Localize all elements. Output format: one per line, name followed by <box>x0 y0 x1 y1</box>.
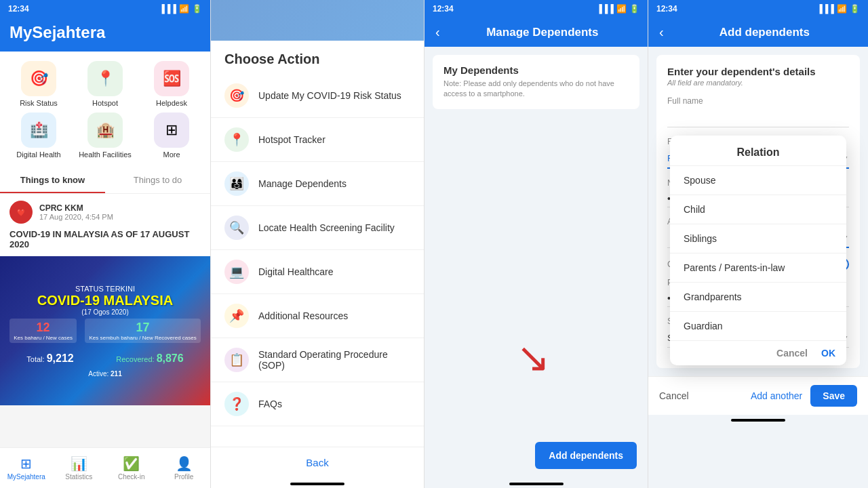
full-name-field: Full name <box>667 96 849 127</box>
locate-health-icon: 🔍 <box>224 216 249 240</box>
action-faqs[interactable]: ❓ FAQs <box>211 382 424 426</box>
manage-dependents-label: Manage Dependents <box>258 178 347 189</box>
dependents-card-title: My Dependents <box>443 64 629 76</box>
panel-add-dependents: 12:34 ▐▐▐ 📶 🔋 ‹ Add dependents Enter you… <box>648 0 868 488</box>
covid-risk-icon: 🎯 <box>224 83 249 108</box>
digital-healthcare-icon: 💻 <box>224 260 249 284</box>
covid-banner: STATUS TERKINI COVID-19 MALAYSIA (17 Ogo… <box>0 279 210 383</box>
add-dependents-button[interactable]: Add dependents <box>535 442 637 469</box>
covid-risk-label: Update My COVID-19 Risk Status <box>258 90 401 101</box>
panel3-title: Manage Dependents <box>448 26 637 39</box>
panel-choose-action: Choose Action 🎯 Update My COVID-19 Risk … <box>210 0 424 488</box>
form-section-subtitle: All field are mandatory. <box>667 79 849 87</box>
icon-item-facilities[interactable]: 🏨 Health Facilities <box>75 113 136 159</box>
additional-resources-icon: 📌 <box>224 304 249 328</box>
dialog-cancel-button[interactable]: Cancel <box>776 348 808 359</box>
total-label: Total: 9,212 <box>26 352 73 365</box>
action-additional-resources[interactable]: 📌 Additional Resources <box>211 294 424 338</box>
action-covid-risk[interactable]: 🎯 Update My COVID-19 Risk Status <box>211 74 424 118</box>
status-terkini: STATUS TERKINI <box>5 285 205 293</box>
nav-checkin[interactable]: ✅ Check-in <box>105 448 158 488</box>
action-manage-dependents[interactable]: 👨‍👩‍👧 Manage Dependents <box>211 162 424 206</box>
digital-health-label: Digital Health <box>16 150 60 159</box>
helpdesk-label: Helpdesk <box>156 99 187 107</box>
dialog-option-guardian[interactable]: Guardian <box>670 312 846 341</box>
add-another-button[interactable]: Add another <box>751 385 802 407</box>
news-date: 17 Aug 2020, 4:54 PM <box>39 213 113 221</box>
wifi-icon-p3: 📶 <box>616 4 627 14</box>
digital-healthcare-label: Digital Healthcare <box>258 266 334 277</box>
battery-icon: 🔋 <box>192 4 202 14</box>
wifi-icon: 📶 <box>179 4 189 14</box>
digital-health-icon: 🏥 <box>21 113 56 148</box>
covid-totals: Total: 9,212 Recovered: 8,876 <box>5 350 205 367</box>
nav-profile[interactable]: 👤 Profile <box>158 448 211 488</box>
status-bar-p3: 12:34 ▐▐▐ 📶 🔋 <box>425 0 648 18</box>
signal-icon-p4: ▐▐▐ <box>816 4 834 14</box>
faqs-icon: ❓ <box>224 392 249 416</box>
news-section: ❤️ CPRC KKM 17 Aug 2020, 4:54 PM COVID-1… <box>0 194 210 447</box>
hotspot-tracker-icon: 📍 <box>224 127 249 152</box>
tab-things-to-know[interactable]: Things to know <box>0 168 105 193</box>
health-facilities-label: Health Facilities <box>79 150 132 159</box>
news-title: COVID-19 IN MALAYSIA AS OF 17 AUGUST 202… <box>0 226 210 256</box>
save-button[interactable]: Save <box>810 385 857 407</box>
active-value: 211 <box>111 370 122 378</box>
hotspot-label: Hotspot <box>92 99 118 107</box>
sop-icon: 📋 <box>224 348 249 372</box>
new-cases-value: 12 <box>14 321 73 335</box>
action-digital-healthcare[interactable]: 💻 Digital Healthcare <box>211 250 424 294</box>
back-button[interactable]: Back <box>306 457 328 468</box>
time-p1: 12:34 <box>8 4 29 14</box>
panel3-header: ‹ Manage Dependents <box>425 18 648 47</box>
cprc-logo: ❤️ <box>9 201 33 224</box>
dialog-option-child[interactable]: Child <box>670 195 846 224</box>
status-bar-p4: 12:34 ▐▐▐ 📶 🔋 <box>648 0 868 18</box>
checkin-icon: ✅ <box>123 455 140 472</box>
nav-statistics[interactable]: 📊 Statistics <box>53 448 106 488</box>
statistics-icon: 📊 <box>71 455 87 472</box>
news-image: STATUS TERKINI COVID-19 MALAYSIA (17 Ogo… <box>0 256 210 405</box>
action-sop[interactable]: 📋 Standard Operating Procedure (SOP) <box>211 338 424 382</box>
panel2-footer: Back <box>211 447 424 479</box>
cancel-button[interactable]: Cancel <box>659 390 689 401</box>
home-indicator-p3 <box>509 483 564 485</box>
signal-icon-p3: ▐▐▐ <box>596 4 614 14</box>
action-locate-health[interactable]: 🔍 Locate Health Screening Facility <box>211 206 424 250</box>
back-arrow-p4[interactable]: ‹ <box>659 24 664 40</box>
news-header: ❤️ CPRC KKM 17 Aug 2020, 4:54 PM <box>0 194 210 226</box>
dialog-option-parents[interactable]: Parents / Parents-in-law <box>670 253 846 283</box>
home-icon: ⊞ <box>20 455 32 472</box>
status-icons-p4: ▐▐▐ 📶 🔋 <box>816 4 860 14</box>
icon-item-more[interactable]: ⊞ More <box>141 113 202 159</box>
panel4-header: ‹ Add dependents <box>648 18 868 47</box>
arrow-indicator: ↘ <box>516 338 550 378</box>
manage-dependents-icon: 👨‍👩‍👧 <box>224 171 249 196</box>
icon-item-digital[interactable]: 🏥 Digital Health <box>8 113 69 159</box>
action-hotspot-tracker[interactable]: 📍 Hotspot Tracker <box>211 118 424 162</box>
covid-title: COVID-19 MALAYSIA <box>5 293 205 308</box>
action-list: 🎯 Update My COVID-19 Risk Status 📍 Hotsp… <box>211 74 424 447</box>
status-icons-p3: ▐▐▐ 📶 🔋 <box>596 4 639 14</box>
full-name-label: Full name <box>667 96 849 106</box>
nav-home-label: MySejahtera <box>7 473 45 481</box>
dialog-option-siblings[interactable]: Siblings <box>670 224 846 253</box>
nav-checkin-label: Check-in <box>118 473 144 481</box>
dependents-card: My Dependents Note: Please add only depe… <box>433 55 639 109</box>
dialog-ok-button[interactable]: OK <box>821 348 835 359</box>
covid-stats: 12 Kes baharu / New cases 17 Kes sembuh … <box>5 316 205 346</box>
back-arrow-p3[interactable]: ‹ <box>435 24 440 40</box>
dialog-option-spouse[interactable]: Spouse <box>670 166 846 195</box>
nav-home[interactable]: ⊞ MySejahtera <box>0 448 53 488</box>
full-name-input[interactable] <box>667 108 849 127</box>
icon-item-hotspot[interactable]: 📍 Hotspot <box>75 61 136 107</box>
icon-item-risk[interactable]: 🎯 Risk Status <box>8 61 69 107</box>
nav-statistics-label: Statistics <box>65 473 92 481</box>
more-label: More <box>163 150 180 159</box>
panel3-content: ↘ <box>425 117 648 432</box>
dialog-option-grandparents[interactable]: Grandparents <box>670 283 846 312</box>
tab-things-to-do[interactable]: Things to do <box>105 168 210 193</box>
home-indicator-p4 <box>731 419 785 422</box>
recovered-box: 17 Kes sembuh baharu / New Recovered cas… <box>85 319 200 343</box>
icon-item-helpdesk[interactable]: 🆘 Helpdesk <box>141 61 202 107</box>
